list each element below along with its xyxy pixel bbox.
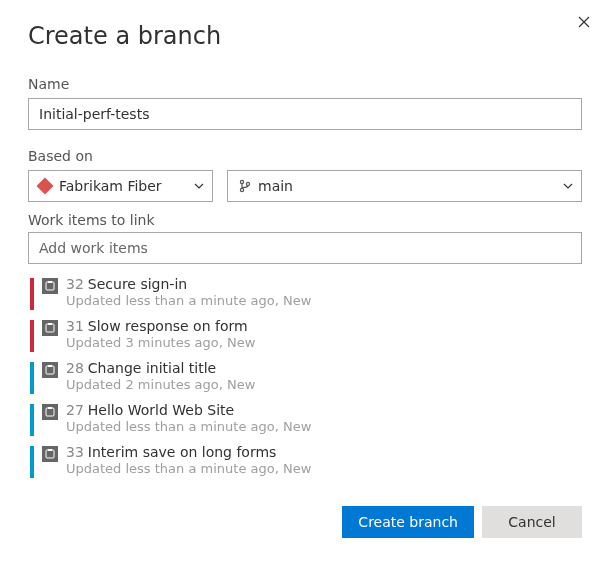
svg-rect-7 bbox=[46, 366, 54, 374]
work-item-id: 32 bbox=[66, 276, 84, 292]
repo-selected: Fabrikam Fiber bbox=[59, 178, 162, 194]
create-branch-button[interactable]: Create branch bbox=[342, 506, 474, 538]
dialog-footer: Create branch Cancel bbox=[28, 506, 582, 538]
work-item-color-bar bbox=[30, 362, 34, 394]
svg-rect-6 bbox=[48, 323, 52, 325]
work-item-title: Secure sign-in bbox=[88, 276, 187, 292]
cancel-button[interactable]: Cancel bbox=[482, 506, 582, 538]
work-item-row[interactable]: 27Hello World Web SiteUpdated less than … bbox=[28, 398, 582, 440]
svg-rect-9 bbox=[46, 408, 54, 416]
svg-point-1 bbox=[240, 188, 243, 191]
svg-rect-5 bbox=[46, 324, 54, 332]
chevron-down-icon bbox=[194, 183, 204, 189]
name-label: Name bbox=[28, 76, 582, 92]
based-on-label: Based on bbox=[28, 148, 582, 164]
work-items-input[interactable] bbox=[28, 232, 582, 264]
work-item-color-bar bbox=[30, 278, 34, 310]
work-item-color-bar bbox=[30, 404, 34, 436]
svg-rect-11 bbox=[46, 450, 54, 458]
work-item-meta: Updated less than a minute ago, New bbox=[66, 419, 580, 434]
chevron-down-icon bbox=[563, 183, 573, 189]
work-item-type-icon bbox=[42, 362, 58, 378]
svg-rect-12 bbox=[48, 449, 52, 451]
branch-name-input[interactable] bbox=[28, 98, 582, 130]
dialog-title: Create a branch bbox=[28, 22, 582, 50]
branch-icon bbox=[238, 179, 252, 193]
svg-point-0 bbox=[240, 180, 243, 183]
work-item-id: 31 bbox=[66, 318, 84, 334]
work-item-id: 28 bbox=[66, 360, 84, 376]
work-item-color-bar bbox=[30, 320, 34, 352]
repo-dropdown[interactable]: Fabrikam Fiber bbox=[28, 170, 213, 202]
svg-rect-10 bbox=[48, 407, 52, 409]
work-item-title: Interim save on long forms bbox=[88, 444, 277, 460]
work-item-meta: Updated less than a minute ago, New bbox=[66, 461, 580, 476]
branch-selected: main bbox=[258, 178, 293, 194]
branch-dropdown[interactable]: main bbox=[227, 170, 582, 202]
work-item-type-icon bbox=[42, 446, 58, 462]
work-item-row[interactable]: 31Slow response on formUpdated 3 minutes… bbox=[28, 314, 582, 356]
svg-rect-3 bbox=[46, 282, 54, 290]
work-item-id: 33 bbox=[66, 444, 84, 460]
work-item-title: Slow response on form bbox=[88, 318, 248, 334]
work-item-row[interactable]: 28Change initial titleUpdated 2 minutes … bbox=[28, 356, 582, 398]
svg-point-2 bbox=[246, 182, 249, 185]
work-item-id: 27 bbox=[66, 402, 84, 418]
work-item-row[interactable]: 33Interim save on long formsUpdated less… bbox=[28, 440, 582, 482]
create-branch-dialog: Create a branch Name Based on Fabrikam F… bbox=[0, 0, 610, 558]
svg-rect-4 bbox=[48, 281, 52, 283]
repo-icon bbox=[37, 178, 54, 195]
close-button[interactable] bbox=[572, 10, 596, 34]
work-items-list: 32Secure sign-inUpdated less than a minu… bbox=[28, 272, 582, 482]
work-item-meta: Updated 3 minutes ago, New bbox=[66, 335, 580, 350]
svg-rect-8 bbox=[48, 365, 52, 367]
work-item-color-bar bbox=[30, 446, 34, 478]
work-item-title: Change initial title bbox=[88, 360, 216, 376]
work-item-type-icon bbox=[42, 404, 58, 420]
work-item-type-icon bbox=[42, 278, 58, 294]
close-icon bbox=[578, 16, 590, 28]
work-item-meta: Updated 2 minutes ago, New bbox=[66, 377, 580, 392]
work-item-row[interactable]: 32Secure sign-inUpdated less than a minu… bbox=[28, 272, 582, 314]
work-items-label: Work items to link bbox=[28, 212, 582, 228]
work-item-meta: Updated less than a minute ago, New bbox=[66, 293, 580, 308]
work-item-type-icon bbox=[42, 320, 58, 336]
work-item-title: Hello World Web Site bbox=[88, 402, 234, 418]
